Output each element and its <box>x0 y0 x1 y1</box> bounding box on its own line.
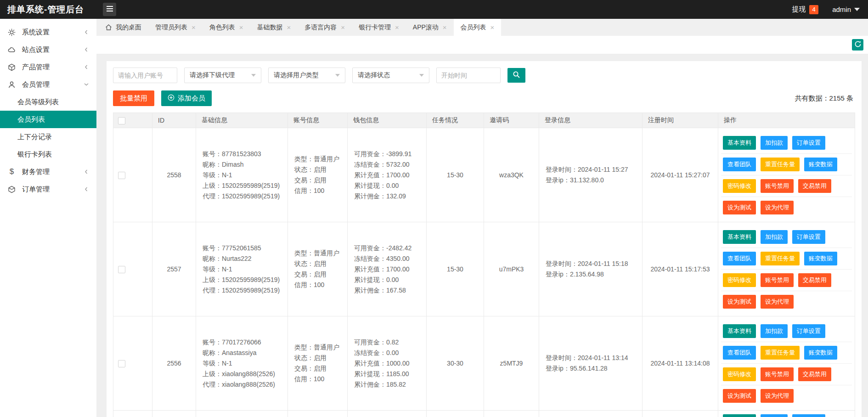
start-time-input[interactable] <box>436 68 501 83</box>
order-settings-button[interactable]: 订单设置 <box>792 136 825 150</box>
batch-disable-button[interactable]: 批量禁用 <box>113 90 154 106</box>
set-as-test-button[interactable]: 设为测试 <box>723 201 756 214</box>
account-change-data-button[interactable]: 账变数据 <box>804 346 837 360</box>
sidebar-item-bank-card-list[interactable]: 银行卡列表 <box>0 146 96 163</box>
row-checkbox[interactable] <box>118 266 125 273</box>
sidebar-item-system-settings[interactable]: 系统设置 <box>0 23 96 41</box>
trade-disable-button[interactable]: 交易禁用 <box>798 179 831 193</box>
row-checkbox[interactable] <box>118 172 125 179</box>
close-icon[interactable]: × <box>287 23 291 31</box>
wallet-info-cell: 可用资金：-3899.91 冻结资金：5732.00 累计充值：1700.00 … <box>348 128 427 222</box>
order-settings-button[interactable]: 订单设置 <box>792 414 825 417</box>
tab-app-scroll[interactable]: APP滚动× <box>406 19 454 36</box>
tab-my-desktop[interactable]: 我的桌面 <box>98 19 148 36</box>
add-deduction-button[interactable]: 加扣款 <box>761 230 788 244</box>
sidebar-item-member-level-list[interactable]: 会员等级列表 <box>0 93 96 111</box>
add-deduction-button[interactable]: 加扣款 <box>761 136 788 150</box>
basic-info-button[interactable]: 基本资料 <box>723 414 756 417</box>
total-count-text: 共有数据：2155 条 <box>795 94 855 103</box>
actions-cell: 基本资料 加扣款 订单设置 查看团队 重置任务量 账变数据 <box>718 222 855 316</box>
add-member-button[interactable]: 添加会员 <box>161 90 212 106</box>
set-as-agent-button[interactable]: 设为代理 <box>761 295 794 309</box>
tab-label: APP滚动 <box>413 23 439 32</box>
view-team-button[interactable]: 查看团队 <box>723 346 756 360</box>
tab-role-list[interactable]: 角色列表× <box>203 19 250 36</box>
refresh-button[interactable] <box>852 39 863 51</box>
sidebar-item-finance-management[interactable]: $ 财务管理 <box>0 163 96 180</box>
view-team-button[interactable]: 查看团队 <box>723 158 756 171</box>
invite-code: wza3QK <box>484 128 539 222</box>
reset-task-amount-button[interactable]: 重置任务量 <box>761 346 800 360</box>
sidebar-item-order-management[interactable]: 订单管理 <box>0 180 96 198</box>
user-type-select[interactable]: 请选择用户类型 <box>268 68 345 83</box>
search-button[interactable] <box>507 68 525 83</box>
menu-toggle-button[interactable] <box>103 3 116 16</box>
trade-disable-button[interactable]: 交易禁用 <box>798 273 831 287</box>
reset-task-amount-button[interactable]: 重置任务量 <box>761 158 800 171</box>
sidebar-item-site-settings[interactable]: 站点设置 <box>0 41 96 58</box>
account-disable-button[interactable]: 账号禁用 <box>761 273 794 287</box>
basic-info-button[interactable]: 基本资料 <box>723 324 756 338</box>
sidebar: 系统设置 站点设置 产品管理 会员管理 会员等级列表 <box>0 19 96 417</box>
agent-select[interactable]: 请选择下级代理 <box>184 68 261 83</box>
account-change-data-button[interactable]: 账变数据 <box>804 158 837 171</box>
sidebar-item-member-management[interactable]: 会员管理 <box>0 76 96 93</box>
column-header-base-info: 基础信息 <box>196 113 288 128</box>
account-search-input[interactable] <box>113 68 177 83</box>
register-time: 2024-01-11 15:27:07 <box>643 128 718 222</box>
close-icon[interactable]: × <box>239 23 243 31</box>
set-as-test-button[interactable]: 设为测试 <box>723 389 756 403</box>
user-menu[interactable]: admin <box>832 6 851 13</box>
tab-multilang-content[interactable]: 多语言内容× <box>298 19 352 36</box>
set-as-agent-button[interactable]: 设为代理 <box>761 389 794 403</box>
base-info-cell: 账号：87781523803 昵称：Dimash 等级：N-1 上级：15202… <box>196 128 288 222</box>
sidebar-item-member-list[interactable]: 会员列表 <box>0 111 96 128</box>
tab-basic-data[interactable]: 基础数据× <box>250 19 298 36</box>
actions-cell: 基本资料 加扣款 订单设置 <box>718 411 855 417</box>
tab-bank-card-management[interactable]: 银行卡管理× <box>352 19 406 36</box>
status-select[interactable]: 请选择状态 <box>352 68 429 83</box>
account-disable-button[interactable]: 账号禁用 <box>761 179 794 193</box>
account-change-data-button[interactable]: 账变数据 <box>804 252 837 265</box>
add-deduction-button[interactable]: 加扣款 <box>761 324 788 338</box>
password-modify-button[interactable]: 密码修改 <box>723 179 756 193</box>
set-as-test-button[interactable]: 设为测试 <box>723 295 756 309</box>
chevron-left-icon <box>84 169 89 175</box>
wallet-info-cell: 可用资金：0.82 冻结资金：0.00 累计充值：1000.00 累计提现：11… <box>348 316 427 411</box>
select-all-checkbox[interactable] <box>118 117 125 124</box>
tab-member-list[interactable]: 会员列表× <box>454 19 502 36</box>
sidebar-item-label: 订单管理 <box>22 185 50 194</box>
table-header-row: ID 基础信息 账号信息 钱包信息 任务情况 邀请码 登录信息 注册时间 操作 <box>113 113 855 128</box>
add-deduction-button[interactable]: 加扣款 <box>761 414 788 417</box>
close-icon[interactable]: × <box>341 23 345 31</box>
base-level: 等级：N-1 <box>203 170 284 180</box>
gear-icon <box>7 28 16 37</box>
sidebar-item-points-record[interactable]: 上下分记录 <box>0 128 96 146</box>
close-icon[interactable]: × <box>395 23 399 31</box>
account-disable-button[interactable]: 账号禁用 <box>761 367 794 381</box>
order-settings-button[interactable]: 订单设置 <box>792 230 825 244</box>
tab-label: 银行卡管理 <box>359 23 391 32</box>
password-modify-button[interactable]: 密码修改 <box>723 273 756 287</box>
order-settings-button[interactable]: 订单设置 <box>792 324 825 338</box>
close-icon[interactable]: × <box>490 23 495 31</box>
set-as-agent-button[interactable]: 设为代理 <box>761 201 794 214</box>
table-row: 2556 账号：77017276066 昵称：Anastassiya 等级：N-… <box>113 316 855 411</box>
sidebar-subitem-label: 会员列表 <box>17 115 45 124</box>
chevron-down-icon <box>251 74 256 77</box>
row-checkbox[interactable] <box>118 360 125 367</box>
tab-admin-list[interactable]: 管理员列表× <box>148 19 203 36</box>
basic-info-button[interactable]: 基本资料 <box>723 230 756 244</box>
close-icon[interactable]: × <box>192 23 196 31</box>
basic-info-button[interactable]: 基本资料 <box>723 136 756 150</box>
sidebar-item-label: 站点设置 <box>22 45 50 54</box>
reset-task-amount-button[interactable]: 重置任务量 <box>761 252 800 265</box>
password-modify-button[interactable]: 密码修改 <box>723 367 756 381</box>
withdraw-link[interactable]: 提现 <box>792 5 806 14</box>
close-icon[interactable]: × <box>443 23 447 31</box>
view-team-button[interactable]: 查看团队 <box>723 252 756 265</box>
trade-disable-button[interactable]: 交易禁用 <box>798 367 831 381</box>
tab-bar: 我的桌面 管理员列表× 角色列表× 基础数据× 多语言内容× 银行卡管理× AP… <box>96 19 868 36</box>
sidebar-item-product-management[interactable]: 产品管理 <box>0 58 96 76</box>
refresh-icon <box>854 40 862 49</box>
